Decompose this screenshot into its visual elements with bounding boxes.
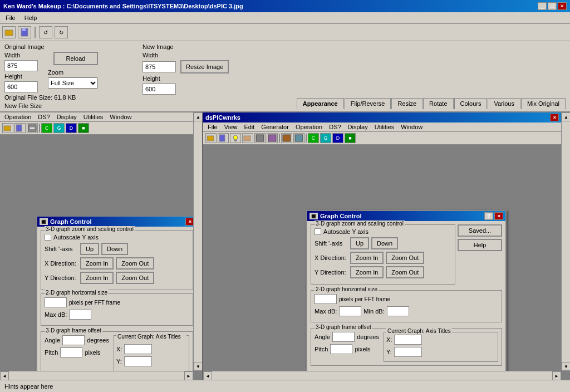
right-menu-file[interactable]: File <box>205 123 220 131</box>
right-scroll-left-btn[interactable]: ◄ <box>203 371 212 380</box>
maximize-button[interactable]: □ <box>548 2 557 10</box>
right-menu-operation[interactable]: Operation <box>293 123 325 131</box>
right-vscroll[interactable]: ▲ ▼ <box>561 112 570 371</box>
right-btn-7[interactable] <box>293 133 304 143</box>
maxdb-input-left[interactable] <box>69 310 91 320</box>
close-button[interactable]: ✕ <box>558 2 567 10</box>
left-hscroll[interactable]: ◄ ► <box>0 371 193 380</box>
tab-rotate[interactable]: Rotate <box>423 98 453 109</box>
left-btn-1[interactable] <box>2 123 13 133</box>
up-btn-left[interactable]: Up <box>80 243 99 255</box>
inner-menu-window[interactable]: Window <box>107 113 134 121</box>
right-btn-2[interactable] <box>218 133 229 143</box>
toolbar-save[interactable] <box>18 26 31 38</box>
left-btn-3[interactable] <box>27 123 38 133</box>
tab-appearance[interactable]: Appearance <box>297 98 344 109</box>
x-axis-input-left[interactable] <box>124 344 152 354</box>
toolbar-redo[interactable]: ↻ <box>55 26 68 38</box>
right-btn-d[interactable]: D <box>332 133 343 143</box>
orig-height-input[interactable] <box>4 81 38 92</box>
right-hscroll[interactable]: ◄ ► <box>203 371 561 380</box>
saved-btn-right[interactable]: Saved... <box>458 224 502 237</box>
left-btn-d[interactable]: D <box>66 123 77 133</box>
mindb-input-right[interactable] <box>387 306 409 316</box>
right-menu-window[interactable]: Window <box>399 123 425 131</box>
right-scroll-down-btn[interactable]: ▼ <box>562 362 570 371</box>
autoscale-checkbox-right[interactable] <box>315 228 321 235</box>
right-scroll-right-btn[interactable]: ► <box>552 371 561 380</box>
x-axis-input-right[interactable] <box>394 335 422 345</box>
y-zoomout-btn-right[interactable]: Zoom Out <box>386 266 424 278</box>
inner-menu-ds[interactable]: DS? <box>36 113 52 121</box>
right-btn-4[interactable] <box>254 133 266 143</box>
y-zoomin-btn-right[interactable]: Zoom In <box>350 266 384 278</box>
angle-input-right[interactable] <box>332 332 355 342</box>
x-zoomin-btn-right[interactable]: Zoom In <box>350 252 384 264</box>
left-btn-green2[interactable]: ■ <box>78 123 89 133</box>
x-zoomout-btn-left[interactable]: Zoom Out <box>116 257 154 270</box>
menu-help[interactable]: Help <box>21 13 41 22</box>
tab-mixoriginal[interactable]: Mix Original <box>521 98 566 109</box>
maxdb-input-right[interactable] <box>339 306 361 316</box>
right-btn-1[interactable] <box>205 133 217 143</box>
left-btn-2[interactable] <box>14 123 26 133</box>
right-scroll-up-btn[interactable]: ▲ <box>562 112 570 121</box>
tab-flipreverse[interactable]: Flip/Reverse <box>345 98 391 109</box>
y-zoomout-btn-left[interactable]: Zoom Out <box>116 272 154 284</box>
scroll-up-btn[interactable]: ▲ <box>194 112 203 121</box>
dialog-close-right[interactable]: ✕ <box>494 212 503 220</box>
scroll-right-btn[interactable]: ► <box>184 371 193 380</box>
y-axis-input-right[interactable] <box>394 347 422 357</box>
zoom-select[interactable]: Full Size 50% 25% 75% <box>48 77 98 89</box>
right-btn-5[interactable] <box>267 133 278 143</box>
autoscale-checkbox-left[interactable] <box>45 234 51 241</box>
tab-resize[interactable]: Resize <box>391 98 422 109</box>
toolbar-undo[interactable]: ↺ <box>39 26 52 38</box>
right-menu-ds[interactable]: DS? <box>327 123 343 131</box>
pitch-input-right[interactable] <box>330 344 352 354</box>
menu-file[interactable]: File <box>2 13 19 22</box>
right-menu-display[interactable]: Display <box>346 123 370 131</box>
reload-button[interactable]: Reload <box>53 52 98 65</box>
right-btn-bulb[interactable] <box>230 133 241 143</box>
dialog-close-left[interactable]: ✕ <box>185 218 193 226</box>
pitch-input-left[interactable] <box>60 347 82 357</box>
right-btn-green2[interactable]: ■ <box>345 133 356 143</box>
left-vscroll[interactable]: ▲ ▼ <box>193 112 202 371</box>
up-btn-right[interactable]: Up <box>350 237 369 249</box>
tab-various[interactable]: Various <box>488 98 520 109</box>
inner-menu-display[interactable]: Display <box>55 113 79 121</box>
right-btn-g[interactable]: G <box>320 133 331 143</box>
x-zoomin-btn-left[interactable]: Zoom In <box>80 257 114 270</box>
x-zoomout-btn-right[interactable]: Zoom Out <box>386 252 424 264</box>
orig-width-input[interactable] <box>4 60 38 71</box>
left-btn-g[interactable]: G <box>53 123 65 133</box>
resize-button[interactable]: Resize Image <box>180 60 229 74</box>
new-width-input[interactable] <box>142 61 176 72</box>
scroll-left-btn[interactable]: ◄ <box>0 371 9 380</box>
angle-input-left[interactable] <box>62 335 85 345</box>
new-height-input[interactable] <box>142 84 176 95</box>
scroll-down-btn[interactable]: ▼ <box>194 362 203 371</box>
right-menu-view[interactable]: View <box>222 123 240 131</box>
dialog-question-right[interactable]: ? <box>484 212 493 220</box>
y-axis-input-left[interactable] <box>124 356 152 366</box>
right-inner-close[interactable]: ✕ <box>550 114 559 121</box>
help-btn-right[interactable]: Help <box>458 239 502 251</box>
down-btn-left[interactable]: Down <box>101 243 128 255</box>
down-btn-right[interactable]: Down <box>371 237 398 249</box>
right-menu-generator[interactable]: Generator <box>259 123 291 131</box>
toolbar-open[interactable] <box>2 26 16 38</box>
right-menu-utilities[interactable]: Utilities <box>372 123 396 131</box>
right-menu-edit[interactable]: Edit <box>242 123 257 131</box>
inner-menu-operation[interactable]: Operation <box>2 113 33 121</box>
pixels-input-left[interactable] <box>45 297 67 307</box>
minimize-button[interactable]: _ <box>538 2 547 10</box>
tab-colours[interactable]: Colours <box>454 98 488 109</box>
right-btn-c[interactable]: C <box>308 133 319 143</box>
right-btn-3[interactable] <box>242 133 253 143</box>
left-btn-c[interactable]: C <box>41 123 52 133</box>
pixels-input-right[interactable] <box>315 294 337 304</box>
y-zoomin-btn-left[interactable]: Zoom In <box>80 272 114 284</box>
inner-menu-utilities[interactable]: Utilities <box>81 113 105 121</box>
